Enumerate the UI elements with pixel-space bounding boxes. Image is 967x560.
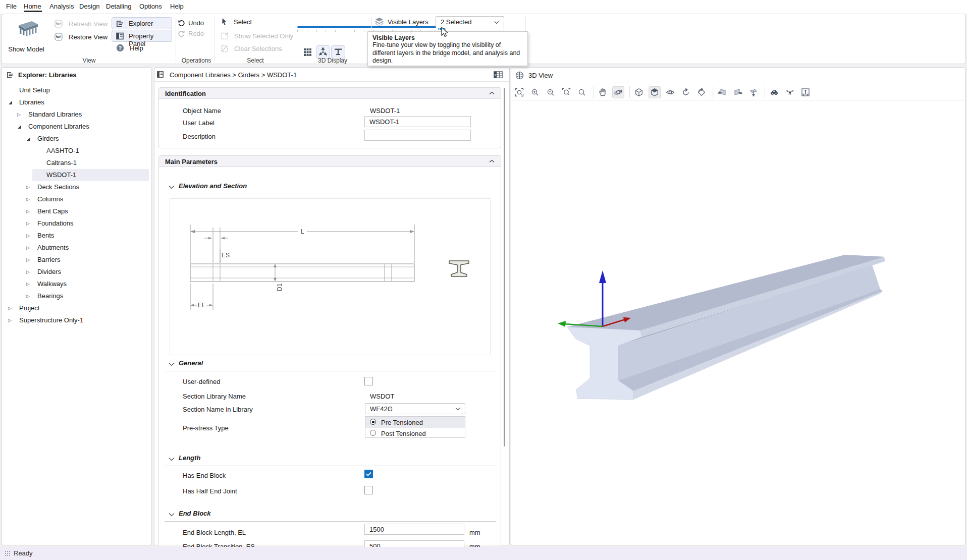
- tree-collapsed-icon[interactable]: ▷: [26, 270, 30, 274]
- section-chevron-icon[interactable]: [169, 513, 175, 517]
- wireframe-cube-button[interactable]: [633, 86, 645, 98]
- menu-analysis[interactable]: Analysis: [49, 3, 74, 10]
- tree-collapsed-icon[interactable]: ▷: [17, 113, 21, 117]
- tree-collapsed-icon[interactable]: ▷: [26, 185, 30, 189]
- tree-item-barriers[interactable]: ▷Barriers: [2, 254, 151, 266]
- tree-collapsed-icon[interactable]: ▷: [26, 209, 30, 213]
- section-name-dropdown[interactable]: WF42G: [365, 403, 465, 414]
- has-half-end-joint-checkbox[interactable]: [364, 486, 373, 494]
- export-table-icon[interactable]: x: [494, 71, 503, 78]
- tree-item-wsdot-1[interactable]: WSDOT-1: [2, 169, 151, 181]
- tree-item-bearings[interactable]: ▷Bearings: [2, 290, 151, 302]
- viewport-header: 3D View: [511, 68, 965, 83]
- tree-item-aashto-1[interactable]: AASHTO-1: [2, 145, 151, 157]
- orbit-button[interactable]: [612, 86, 624, 98]
- tree-item-bent-caps[interactable]: ▷Bent Caps: [2, 205, 151, 217]
- girder-3d-model[interactable]: [512, 101, 965, 545]
- user-defined-checkbox[interactable]: [364, 377, 373, 385]
- drive-view-button[interactable]: [768, 86, 780, 98]
- pre-tensioned-option[interactable]: Pre Tensioned: [365, 417, 465, 428]
- zoom-button[interactable]: [576, 86, 588, 98]
- tree-item-foundations[interactable]: ▷Foundations: [2, 217, 151, 230]
- clear-selections-button[interactable]: Clear Selections: [221, 44, 296, 52]
- undo-button[interactable]: Undo: [178, 19, 213, 27]
- menu-options[interactable]: Options: [139, 3, 162, 10]
- eye-button[interactable]: [664, 86, 676, 98]
- svg-text:EL: EL: [198, 302, 205, 309]
- visible-layers-icon: [375, 17, 384, 26]
- tree-collapsed-icon[interactable]: ▷: [8, 318, 12, 322]
- section-chevron-icon[interactable]: [169, 185, 175, 189]
- tree-item-project[interactable]: ▷Project: [2, 302, 151, 314]
- radio-selected-icon: [370, 419, 376, 425]
- tree-item-walkways[interactable]: ▷Walkways: [2, 278, 151, 290]
- tree-collapsed-icon[interactable]: ▷: [26, 221, 30, 226]
- section-view-button[interactable]: [799, 86, 812, 98]
- refresh-view-button[interactable]: Refresh View: [55, 20, 110, 28]
- tree-expanded-icon[interactable]: [9, 101, 12, 104]
- select-button[interactable]: Select: [221, 18, 291, 26]
- user-label-input[interactable]: [364, 116, 471, 127]
- section-chevron-icon[interactable]: [169, 362, 175, 366]
- tree-item-dividers[interactable]: ▷Dividers: [2, 266, 151, 278]
- rotate-plane-button[interactable]: [695, 86, 708, 98]
- restore-view-button[interactable]: Restore View: [55, 33, 110, 41]
- property-panel-button[interactable]: Property Panel: [112, 30, 172, 42]
- tree-item-bents[interactable]: ▷Bents: [2, 230, 151, 242]
- explorer-sidebar: Explorer: Libraries Unit SetupLibraries▷…: [2, 67, 151, 545]
- help-button[interactable]: ? Help: [116, 44, 156, 52]
- tree-item-abutments[interactable]: ▷Abutments: [2, 242, 151, 254]
- collapse-chevron-icon[interactable]: [489, 91, 495, 95]
- tree-item-columns[interactable]: ▷Columns: [2, 193, 151, 205]
- tree-item-libraries[interactable]: Libraries: [2, 96, 151, 108]
- explorer-icon: [116, 20, 124, 27]
- vertical-scrollbar[interactable]: [504, 88, 505, 446]
- view-plane-front-button[interactable]: [747, 86, 760, 98]
- tree-collapsed-icon[interactable]: ▷: [26, 197, 30, 201]
- tree-item-caltrans-1[interactable]: Caltrans-1: [2, 157, 151, 169]
- tree-item-unit-setup[interactable]: Unit Setup: [2, 84, 151, 96]
- prestress-radio-group: Pre Tensioned Post Tensioned: [365, 416, 465, 438]
- tree-collapsed-icon[interactable]: ▷: [26, 258, 30, 262]
- tree-collapsed-icon[interactable]: ▷: [26, 294, 30, 298]
- rotate-cw-button[interactable]: [680, 86, 692, 98]
- solid-cube-button[interactable]: [649, 86, 661, 98]
- menu-help[interactable]: Help: [170, 3, 184, 10]
- tree-expanded-icon[interactable]: [18, 125, 21, 129]
- menu-design[interactable]: Design: [79, 3, 99, 10]
- menu-home[interactable]: Home: [24, 3, 41, 10]
- tree-item-standard-libraries[interactable]: ▷Standard Libraries: [2, 108, 151, 121]
- main-parameters-header[interactable]: Main Parameters: [159, 156, 501, 167]
- explorer-button[interactable]: Explorer: [112, 17, 172, 29]
- menu-file[interactable]: File: [6, 3, 17, 10]
- menu-detailing[interactable]: Detailing: [106, 3, 132, 10]
- section-chevron-icon[interactable]: [169, 457, 175, 461]
- zoom-extents-button[interactable]: [513, 86, 525, 98]
- view-plane-right-button[interactable]: [732, 86, 744, 98]
- view-plane-left-button[interactable]: [716, 86, 728, 98]
- identification-header[interactable]: Identification: [159, 88, 501, 99]
- drone-view-button[interactable]: [784, 86, 796, 98]
- tree-collapsed-icon[interactable]: ▷: [26, 234, 30, 238]
- tree-collapsed-icon[interactable]: ▷: [26, 282, 30, 286]
- tree-item-component-libraries[interactable]: Component Libraries: [2, 121, 151, 133]
- tree-item-superstructure-only-1[interactable]: ▷Superstructure Only-1: [2, 314, 151, 326]
- show-selected-only-button[interactable]: Show Selected Only: [221, 32, 296, 40]
- end-block-length-input[interactable]: [364, 524, 464, 535]
- pan-button[interactable]: [597, 86, 609, 98]
- collapse-chevron-icon[interactable]: [489, 159, 495, 163]
- tree-item-deck-sections[interactable]: ▷Deck Sections: [2, 181, 151, 193]
- show-model-button[interactable]: Show Model: [8, 17, 45, 54]
- tree-expanded-icon[interactable]: [27, 137, 30, 141]
- description-input[interactable]: [364, 130, 471, 141]
- object-name-value: WSDOT-1: [370, 107, 400, 115]
- redo-button[interactable]: Redo: [178, 30, 213, 38]
- has-end-block-checkbox[interactable]: [364, 470, 373, 478]
- zoom-in-button[interactable]: [529, 86, 541, 98]
- tree-item-girders[interactable]: Girders: [2, 133, 151, 145]
- zoom-out-button[interactable]: [545, 86, 557, 98]
- post-tensioned-option[interactable]: Post Tensioned: [365, 428, 465, 439]
- tree-collapsed-icon[interactable]: ▷: [8, 306, 12, 310]
- tree-collapsed-icon[interactable]: ▷: [26, 246, 30, 250]
- zoom-window-button[interactable]: [560, 86, 572, 98]
